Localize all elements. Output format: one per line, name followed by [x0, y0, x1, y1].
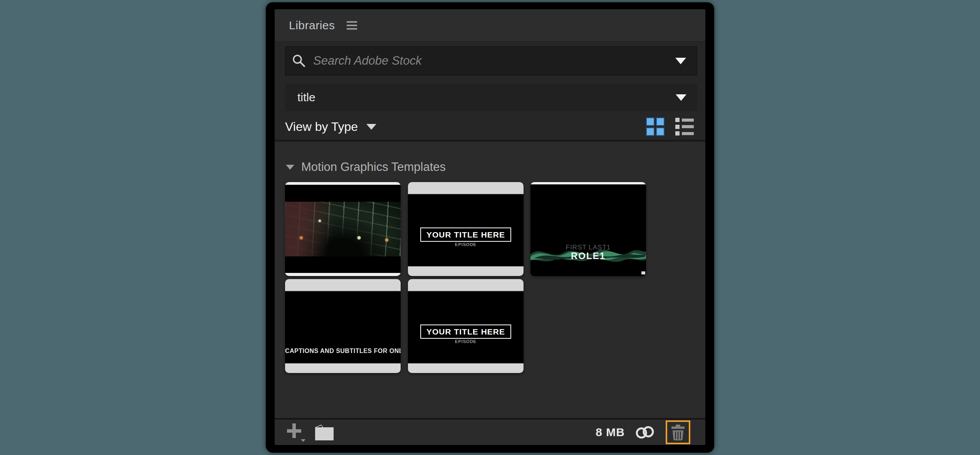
delete-button[interactable]	[666, 420, 690, 444]
card-bar	[408, 182, 524, 195]
view-toolbar: View by Type	[275, 114, 705, 139]
panel-tab-libraries[interactable]: Libraries	[289, 19, 335, 32]
template-card-captions[interactable]: CAPTIONS AND SUBTITLES FOR ONLINE USE	[285, 279, 401, 373]
template-card-title-episode-2[interactable]: YOUR TITLE HERE EPISODE	[408, 279, 524, 373]
title-box: YOUR TITLE HERE	[420, 325, 511, 339]
plus-icon	[287, 429, 301, 433]
magnifier-icon	[292, 54, 306, 68]
collapse-triangle-icon[interactable]	[286, 165, 294, 170]
library-content: Motion Graphics Templates YOUR TITLE HER…	[275, 142, 705, 418]
role-main-text: ROLE1	[530, 251, 646, 261]
episode-text: EPISODE	[455, 242, 477, 247]
template-card-lower-third[interactable]: FIRST LAST1 ROLE1	[530, 182, 646, 276]
title-box-text: YOUR TITLE HERE	[426, 327, 505, 336]
trash-icon	[670, 424, 686, 441]
title-box: YOUR TITLE HERE	[420, 228, 511, 242]
section-title: Motion Graphics Templates	[301, 160, 446, 174]
card-edge	[285, 182, 401, 185]
view-by-type-dropdown[interactable]: View by Type	[285, 120, 358, 134]
search-dropdown-icon[interactable]	[675, 58, 686, 64]
plus-dropdown-caret-icon	[301, 439, 305, 442]
search-placeholder: Search Adobe Stock	[313, 54, 675, 68]
grid-view-icon[interactable]	[646, 117, 665, 136]
template-card-title-episode[interactable]: YOUR TITLE HERE EPISODE	[408, 182, 524, 276]
card-edge	[285, 273, 401, 276]
library-select-value: title	[297, 91, 676, 104]
section-motion-graphics-templates[interactable]: Motion Graphics Templates	[286, 160, 446, 174]
sync-creative-cloud-button[interactable]	[634, 424, 656, 441]
train-tunnel-thumbnail	[285, 202, 401, 256]
card-bar	[408, 266, 524, 276]
card-bar	[285, 363, 401, 373]
creative-cloud-icon	[634, 424, 656, 441]
new-library-folder-button[interactable]	[314, 423, 335, 442]
title-box-text: YOUR TITLE HERE	[426, 230, 505, 239]
panel-header: Libraries	[275, 9, 705, 42]
panel-menu-icon[interactable]	[347, 21, 357, 30]
libraries-panel: Libraries Search Adobe Stock title View …	[275, 9, 705, 445]
list-view-icon[interactable]	[675, 118, 694, 135]
card-corner-mark	[641, 271, 645, 274]
card-bar	[408, 363, 524, 373]
episode-text: EPISODE	[455, 339, 477, 344]
library-size-label: 8 MB	[596, 426, 625, 439]
card-bar	[285, 279, 401, 292]
folder-icon	[314, 423, 335, 442]
library-select[interactable]: title	[285, 84, 697, 111]
template-card-train-photo[interactable]	[285, 182, 401, 276]
role-name-text: FIRST LAST1	[530, 244, 646, 251]
card-edge	[530, 182, 646, 184]
bottombar: 8 MB	[275, 420, 705, 445]
chevron-down-icon[interactable]	[366, 124, 376, 130]
add-item-button[interactable]	[287, 423, 306, 442]
card-bar	[408, 279, 524, 292]
search-input[interactable]: Search Adobe Stock	[285, 46, 697, 75]
caption-text: CAPTIONS AND SUBTITLES FOR ONLINE USE	[285, 348, 401, 355]
libraries-panel-frame: Libraries Search Adobe Stock title View …	[266, 2, 714, 453]
library-select-dropdown-icon	[676, 94, 686, 101]
